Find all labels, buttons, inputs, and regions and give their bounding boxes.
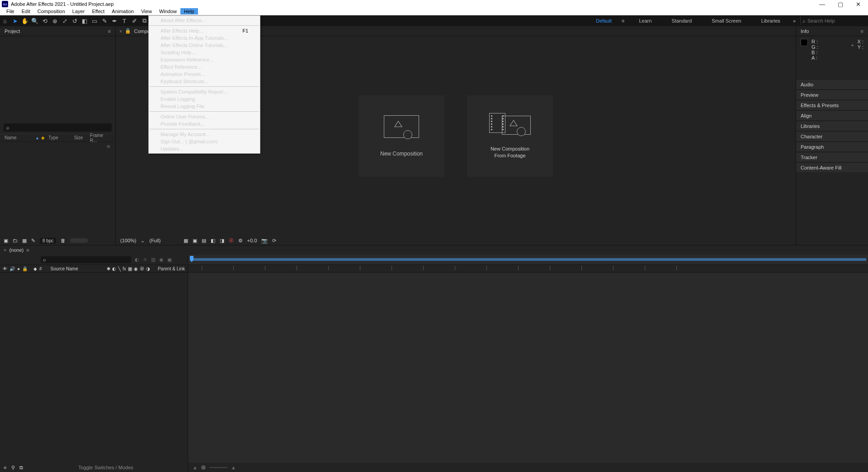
col-name[interactable]: Name: [5, 135, 34, 140]
camera-icon[interactable]: 📷: [261, 238, 268, 244]
eye-icon[interactable]: 👁: [3, 266, 7, 271]
project-search[interactable]: ⌕: [4, 123, 112, 132]
tl-zoom-track[interactable]: [209, 467, 227, 468]
timeline-tab-close-icon[interactable]: ×: [4, 247, 6, 253]
timeline-tab-menu-icon[interactable]: ≡: [26, 247, 29, 253]
switch-icon[interactable]: ◑: [146, 266, 150, 271]
eraser-tool[interactable]: ⧉: [140, 16, 149, 25]
help-about[interactable]: About After Effects...: [149, 17, 260, 24]
timeline-ruler[interactable]: [188, 255, 868, 264]
workspace-learn[interactable]: Learn: [629, 18, 661, 24]
help-forums[interactable]: Online User Forums...: [149, 113, 260, 120]
tl-graph-icon[interactable]: ▣: [167, 257, 172, 263]
anchor-tool[interactable]: ⤢: [60, 16, 69, 25]
comp-tab-close-icon[interactable]: ×: [119, 28, 122, 34]
switch-icon[interactable]: fx: [123, 266, 126, 271]
panel-tracker[interactable]: Tracker: [796, 152, 868, 162]
help-effect-ref[interactable]: Effect Reference...: [149, 63, 260, 71]
lock-icon[interactable]: 🔒: [22, 266, 28, 271]
toggle-switches-modes-button[interactable]: Toggle Switches / Modes: [78, 465, 133, 470]
tl-frame-blend-icon[interactable]: ▥: [151, 257, 156, 263]
new-composition-from-footage-button[interactable]: New CompositionFrom Footage: [467, 95, 553, 177]
workspace-default-menu-icon[interactable]: ≡: [622, 18, 624, 24]
help-sys-compat[interactable]: System Compatibility Report...: [149, 88, 260, 95]
help-animation-presets[interactable]: Animation Presets...: [149, 71, 260, 78]
trash-icon[interactable]: 🗑: [61, 238, 66, 243]
comp-exposure[interactable]: +0.0: [247, 238, 257, 243]
col-frame[interactable]: Frame R...: [90, 133, 111, 143]
timeline-search[interactable]: ⌕: [41, 256, 131, 263]
tl-zoom-slider[interactable]: [201, 465, 206, 470]
help-reveal-log[interactable]: Reveal Logging File: [149, 103, 260, 110]
menu-layer[interactable]: Layer: [69, 8, 89, 14]
switch-icon[interactable]: ◐: [112, 266, 116, 271]
panel-paragraph[interactable]: Paragraph: [796, 142, 868, 151]
menu-edit[interactable]: Edit: [18, 8, 34, 14]
help-scripting[interactable]: Scripting Help...: [149, 49, 260, 56]
solo-icon[interactable]: ●: [17, 266, 20, 271]
panel-character[interactable]: Character: [796, 131, 868, 141]
switch-icon[interactable]: ╲: [118, 266, 121, 271]
type-tool[interactable]: T: [120, 16, 129, 25]
tl-motion-blur-icon[interactable]: ◉: [159, 257, 164, 263]
menu-animation[interactable]: Animation: [108, 8, 137, 14]
help-keyboard-shortcuts[interactable]: Keyboard Shortcuts...: [149, 78, 260, 85]
menu-window[interactable]: Window: [156, 8, 180, 14]
comp-guides-icon[interactable]: ▤: [202, 238, 206, 244]
home-tool[interactable]: ⌂: [0, 16, 9, 25]
tl-foot-icon[interactable]: ⚲: [11, 465, 15, 471]
panel-libraries[interactable]: Libraries: [796, 121, 868, 131]
comp-tab-lock-icon[interactable]: 🔒: [125, 28, 131, 34]
comp-zoom[interactable]: (100%): [120, 238, 136, 243]
comp-3d-icon[interactable]: ⦿: [229, 238, 234, 243]
pen-tool[interactable]: ✎: [100, 16, 109, 25]
comp-mask-icon[interactable]: ▣: [193, 238, 197, 244]
tl-foot-icon[interactable]: ⎆: [4, 465, 7, 470]
workspace-default[interactable]: Default: [586, 18, 622, 24]
source-name-col[interactable]: Source Name: [51, 266, 78, 271]
col-size[interactable]: Size: [74, 135, 87, 140]
interpret-icon[interactable]: ▣: [4, 238, 8, 244]
rect-tool[interactable]: ▭: [90, 16, 99, 25]
project-zoom-slider[interactable]: [70, 238, 88, 243]
brush-tool[interactable]: ✒: [110, 16, 119, 25]
workspace-standard[interactable]: Standard: [662, 18, 702, 24]
help-enable-logging[interactable]: Enable Logging: [149, 95, 260, 103]
help-manage-account[interactable]: Manage My Account...: [149, 131, 260, 138]
workspace-overflow-icon[interactable]: »: [790, 18, 798, 24]
menu-help[interactable]: Help: [180, 8, 198, 14]
menu-composition[interactable]: Composition: [34, 8, 69, 14]
switch-icon[interactable]: ◉: [134, 266, 138, 271]
snapshot-icon[interactable]: ⟳: [272, 238, 276, 244]
menu-effect[interactable]: Effect: [88, 8, 108, 14]
help-sign-out[interactable]: Sign Out... ( @gmail.com): [149, 138, 260, 145]
maximize-button[interactable]: ▢: [838, 1, 843, 8]
bpc-button[interactable]: 8 bpc: [40, 238, 56, 244]
new-comp-icon[interactable]: ▦: [22, 238, 27, 244]
tl-zoom-out-icon[interactable]: ▲: [193, 465, 198, 470]
switch-icon[interactable]: ⦿: [140, 266, 144, 271]
project-flowchart-icon[interactable]: ⚛: [0, 142, 115, 151]
new-folder-icon[interactable]: 🗀: [13, 238, 18, 243]
tl-zoom-in-icon[interactable]: ▲: [231, 465, 236, 470]
zoom-tool[interactable]: 🔍: [30, 16, 39, 25]
menu-view[interactable]: View: [137, 8, 156, 14]
adjust-icon[interactable]: ✎: [31, 238, 35, 244]
search-help-input[interactable]: [807, 18, 857, 24]
panel-preview[interactable]: Preview: [796, 90, 868, 99]
timeline-ticks[interactable]: [188, 265, 868, 272]
chevron-down-icon[interactable]: ⌄: [141, 238, 145, 244]
label-icon[interactable]: ◆: [41, 135, 45, 140]
project-panel-menu-icon[interactable]: ≡: [108, 28, 111, 34]
menu-file[interactable]: File: [3, 8, 18, 14]
workspace-small-screen[interactable]: Small Screen: [702, 18, 751, 24]
new-composition-button[interactable]: New Composition: [359, 95, 444, 177]
comp-channel-icon[interactable]: ◧: [211, 238, 215, 244]
close-button[interactable]: ✕: [856, 1, 861, 8]
clone-tool[interactable]: ✐: [130, 16, 139, 25]
switch-icon[interactable]: ✱: [107, 266, 110, 271]
panel-content-aware-fill[interactable]: Content-Aware Fill: [796, 162, 868, 172]
help-updates[interactable]: Updates...: [149, 145, 260, 152]
tl-shy-icon[interactable]: ◐: [135, 257, 139, 263]
sort-icon[interactable]: ▴: [36, 135, 38, 140]
